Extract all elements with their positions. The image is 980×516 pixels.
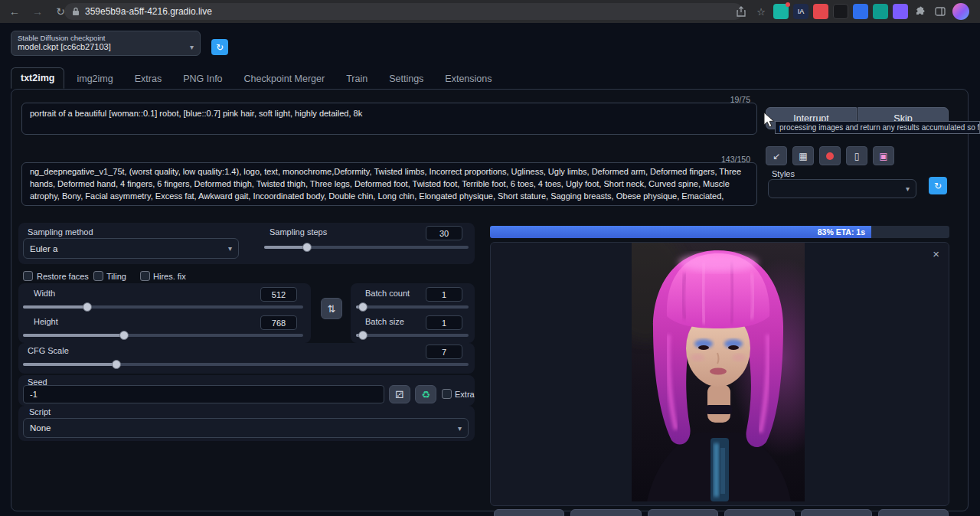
close-icon[interactable]: × bbox=[933, 249, 939, 260]
width-label: Width bbox=[34, 289, 55, 298]
sampling-steps-label: Sampling steps bbox=[270, 227, 327, 237]
seed-input[interactable] bbox=[23, 385, 384, 403]
sampling-method-dropdown[interactable]: Euler a ▾ bbox=[23, 238, 239, 259]
batch-count-value[interactable]: 1 bbox=[426, 287, 462, 302]
tab-checkpoint-merger[interactable]: Checkpoint Merger bbox=[235, 69, 335, 89]
lock-icon bbox=[72, 7, 80, 16]
prompt-input[interactable]: portrait of a beautiful [woman::0.1] rob… bbox=[21, 103, 757, 135]
restore-faces-label: Restore faces bbox=[37, 272, 89, 281]
chevron-down-icon: ▾ bbox=[458, 424, 462, 433]
sampling-steps-slider[interactable] bbox=[264, 243, 469, 252]
prompt-tools: ↙ ▦ ▯ ▣ bbox=[766, 146, 894, 165]
tab-img2img[interactable]: img2img bbox=[67, 69, 122, 89]
notification-dot bbox=[786, 2, 790, 7]
checkpoint-dropdown[interactable]: Stable Diffusion checkpoint model.ckpt [… bbox=[11, 31, 201, 56]
hires-fix-checkbox[interactable] bbox=[140, 271, 150, 281]
extension-icon-dark[interactable] bbox=[833, 4, 848, 19]
tab-train[interactable]: Train bbox=[337, 69, 377, 89]
batch-count-label: Batch count bbox=[365, 289, 410, 298]
dice-icon: ⚂ bbox=[395, 389, 403, 400]
styles-dropdown[interactable]: ▾ bbox=[768, 179, 916, 198]
tab-extensions[interactable]: Extensions bbox=[436, 69, 501, 89]
output-action-button[interactable] bbox=[801, 509, 871, 516]
output-action-button[interactable] bbox=[494, 509, 564, 516]
extension-icon-ia[interactable]: IA bbox=[793, 4, 808, 19]
extension-icon-green[interactable] bbox=[873, 4, 888, 19]
output-action-button[interactable] bbox=[878, 509, 949, 516]
extra-seed-label: Extra bbox=[455, 390, 475, 399]
extension-icon-blue[interactable] bbox=[853, 4, 868, 19]
output-action-button[interactable] bbox=[648, 509, 718, 516]
random-seed-button[interactable]: ⚂ bbox=[389, 385, 410, 403]
checkpoint-value: model.ckpt [cc6cb27103] bbox=[18, 42, 111, 51]
tab-settings[interactable]: Settings bbox=[380, 69, 433, 89]
forward-icon[interactable]: → bbox=[29, 3, 46, 20]
cfg-block bbox=[18, 343, 475, 374]
generated-image[interactable] bbox=[632, 243, 805, 501]
reuse-seed-button[interactable]: ♻ bbox=[415, 385, 436, 403]
cfg-scale-value[interactable]: 7 bbox=[426, 345, 462, 359]
tiling-checkbox[interactable] bbox=[93, 271, 103, 281]
extension-icon-red[interactable] bbox=[813, 4, 828, 19]
slider-thumb[interactable] bbox=[358, 302, 368, 312]
chevron-down-icon: ▾ bbox=[190, 43, 194, 51]
save-style-icon[interactable]: ▣ bbox=[873, 146, 894, 165]
swap-icon: ⇅ bbox=[328, 303, 336, 315]
script-value: None bbox=[30, 423, 51, 433]
tab-txt2img[interactable]: txt2img bbox=[11, 67, 64, 89]
extra-networks-icon[interactable]: ▦ bbox=[792, 146, 814, 165]
batch-count-slider[interactable] bbox=[356, 302, 469, 312]
cfg-scale-slider[interactable] bbox=[23, 360, 469, 369]
tab-png-info[interactable]: PNG Info bbox=[174, 69, 231, 89]
refresh-styles-button[interactable]: ↻ bbox=[929, 177, 947, 194]
tab-extras[interactable]: Extras bbox=[126, 69, 171, 89]
sampling-method-value: Euler a bbox=[30, 244, 57, 253]
batch-size-label: Batch size bbox=[365, 317, 404, 326]
height-slider[interactable] bbox=[23, 331, 303, 340]
share-icon[interactable] bbox=[733, 4, 749, 19]
negative-prompt-input[interactable]: ng_deepnegative_v1_75t, (worst quality, … bbox=[21, 162, 757, 206]
batch-size-slider[interactable] bbox=[356, 331, 469, 340]
red-dot-icon bbox=[826, 152, 834, 160]
chevron-down-icon: ▾ bbox=[906, 185, 910, 193]
generation-progress-bar: 83% ETA: 1s bbox=[490, 226, 949, 238]
clipboard-icon[interactable]: ▯ bbox=[846, 146, 867, 165]
extension-icon-purple[interactable] bbox=[893, 4, 908, 19]
side-panel-icon[interactable] bbox=[933, 4, 948, 19]
profile-avatar[interactable] bbox=[952, 3, 969, 20]
script-dropdown[interactable]: None ▾ bbox=[23, 418, 469, 438]
extra-seed-checkbox[interactable] bbox=[442, 389, 452, 399]
height-value[interactable]: 768 bbox=[260, 315, 297, 330]
progress-fill: 83% ETA: 1s bbox=[490, 226, 871, 238]
browser-toolbar: ← → ↻ 359e5b9a-a5ff-4216.gradio.live ☆ I… bbox=[0, 0, 980, 23]
slider-thumb[interactable] bbox=[83, 302, 92, 312]
slider-thumb[interactable] bbox=[358, 331, 368, 340]
output-actions-row bbox=[494, 509, 949, 516]
width-value[interactable]: 512 bbox=[260, 287, 297, 302]
slider-thumb[interactable] bbox=[119, 331, 129, 340]
sampling-steps-value[interactable]: 30 bbox=[426, 226, 462, 240]
output-action-button[interactable] bbox=[570, 509, 641, 516]
extension-icon-teal[interactable] bbox=[773, 4, 789, 19]
address-bar[interactable]: 359e5b9a-a5ff-4216.gradio.live bbox=[64, 3, 743, 20]
output-action-button[interactable] bbox=[724, 509, 795, 516]
red-palette-icon[interactable] bbox=[819, 146, 841, 165]
paste-params-icon[interactable]: ↙ bbox=[766, 146, 787, 165]
tiling-label: Tiling bbox=[106, 272, 126, 281]
slider-thumb[interactable] bbox=[112, 360, 121, 369]
height-label: Height bbox=[34, 317, 58, 326]
progress-label: 83% ETA: 1s bbox=[818, 227, 865, 237]
recycle-icon: ♻ bbox=[421, 389, 430, 400]
puzzle-extensions-icon[interactable] bbox=[913, 4, 928, 19]
batch-size-value[interactable]: 1 bbox=[426, 315, 462, 330]
swap-dimensions-button[interactable]: ⇅ bbox=[321, 298, 342, 319]
sampling-method-label: Sampling method bbox=[28, 227, 93, 237]
refresh-checkpoint-button[interactable]: ↻ bbox=[211, 39, 228, 55]
bookmark-star-icon[interactable]: ☆ bbox=[753, 4, 769, 19]
restore-faces-checkbox[interactable] bbox=[23, 271, 33, 281]
width-slider[interactable] bbox=[23, 302, 303, 312]
browser-actions: ☆ IA bbox=[733, 3, 969, 20]
back-icon[interactable]: ← bbox=[6, 3, 23, 20]
slider-thumb[interactable] bbox=[302, 243, 312, 252]
styles-label: Styles bbox=[772, 169, 795, 178]
